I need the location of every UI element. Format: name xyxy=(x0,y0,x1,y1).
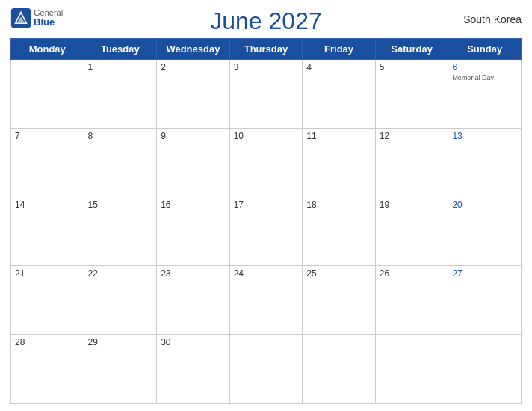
day-number: 18 xyxy=(306,200,371,210)
day-cell: 28 xyxy=(11,335,84,404)
day-cell: 27 xyxy=(448,266,522,335)
day-cell: 17 xyxy=(229,197,303,266)
day-number: 11 xyxy=(306,131,371,141)
day-number: 23 xyxy=(161,268,226,279)
calendar-table: MondayTuesdayWednesdayThursdayFridaySatu… xyxy=(10,38,522,404)
day-cell: 5 xyxy=(375,60,448,129)
day-number: 30 xyxy=(161,337,226,347)
logo-blue-label: Blue xyxy=(34,17,63,28)
country-label: South Korea xyxy=(463,13,522,25)
day-number: 19 xyxy=(380,200,445,210)
day-number: 21 xyxy=(15,268,80,279)
week-row-2: 78910111213 xyxy=(11,129,522,197)
day-number: 9 xyxy=(161,131,226,141)
weekday-header-row: MondayTuesdayWednesdayThursdayFridaySatu… xyxy=(11,39,522,60)
day-number: 26 xyxy=(380,268,445,279)
weekday-header-thursday: Thursday xyxy=(229,39,303,60)
day-number: 20 xyxy=(452,200,517,210)
day-cell: 30 xyxy=(157,335,230,404)
day-number: 12 xyxy=(380,131,445,141)
logo: General Blue xyxy=(10,7,63,28)
header-row: General Blue June 2027 South Korea xyxy=(10,7,522,35)
calendar-container: General Blue June 2027 South Korea Monda… xyxy=(0,0,532,411)
day-cell: 19 xyxy=(375,197,448,266)
week-row-3: 14151617181920 xyxy=(11,197,522,266)
day-number: 1 xyxy=(88,62,153,72)
logo-text: General Blue xyxy=(34,8,63,28)
day-cell xyxy=(375,335,448,404)
day-cell: 8 xyxy=(84,129,157,197)
week-row-5: 282930 xyxy=(11,335,522,404)
day-number: 6 xyxy=(452,62,517,72)
day-number: 7 xyxy=(15,131,80,141)
week-row-4: 21222324252627 xyxy=(11,266,522,335)
day-cell: 2 xyxy=(157,60,230,129)
day-cell: 29 xyxy=(84,335,157,404)
day-cell: 4 xyxy=(303,60,376,129)
day-cell: 21 xyxy=(11,266,84,335)
day-number: 16 xyxy=(161,200,226,210)
calendar-thead: MondayTuesdayWednesdayThursdayFridaySatu… xyxy=(11,39,522,60)
day-cell: 15 xyxy=(84,197,157,266)
weekday-header-wednesday: Wednesday xyxy=(157,39,230,60)
day-cell: 22 xyxy=(84,266,157,335)
day-number: 22 xyxy=(88,268,153,279)
day-cell: 13 xyxy=(448,129,522,197)
day-cell: 24 xyxy=(229,266,303,335)
day-cell: 7 xyxy=(11,129,84,197)
day-number: 14 xyxy=(15,200,80,210)
day-cell: 26 xyxy=(375,266,448,335)
day-cell: 16 xyxy=(157,197,230,266)
day-cell xyxy=(229,335,303,404)
day-number: 29 xyxy=(88,337,153,347)
day-cell: 14 xyxy=(11,197,84,266)
day-number: 8 xyxy=(88,131,153,141)
logo-icon xyxy=(10,7,31,28)
weekday-header-monday: Monday xyxy=(11,39,84,60)
day-cell: 25 xyxy=(303,266,376,335)
day-number: 4 xyxy=(306,62,371,72)
holiday-label: Memorial Day xyxy=(452,74,517,82)
day-number: 10 xyxy=(234,131,299,141)
day-number: 5 xyxy=(380,62,445,72)
day-cell: 11 xyxy=(303,129,376,197)
day-cell xyxy=(303,335,376,404)
weekday-header-tuesday: Tuesday xyxy=(84,39,157,60)
weekday-header-saturday: Saturday xyxy=(375,39,448,60)
day-cell: 10 xyxy=(229,129,303,197)
day-number: 28 xyxy=(15,337,80,347)
day-number: 24 xyxy=(234,268,299,279)
day-cell xyxy=(11,60,84,129)
day-cell xyxy=(448,335,522,404)
day-cell: 12 xyxy=(375,129,448,197)
day-cell: 20 xyxy=(448,197,522,266)
day-number: 15 xyxy=(88,200,153,210)
day-cell: 3 xyxy=(229,60,303,129)
weekday-header-friday: Friday xyxy=(303,39,376,60)
day-cell: 9 xyxy=(157,129,230,197)
day-cell: 6Memorial Day xyxy=(448,60,522,129)
day-number: 27 xyxy=(452,268,517,279)
day-number: 3 xyxy=(234,62,299,72)
day-number: 13 xyxy=(452,131,517,141)
calendar-tbody: 123456Memorial Day7891011121314151617181… xyxy=(11,60,522,404)
weekday-header-sunday: Sunday xyxy=(448,39,522,60)
day-number: 2 xyxy=(161,62,226,72)
calendar-title: June 2027 xyxy=(210,7,321,35)
day-cell: 1 xyxy=(84,60,157,129)
day-number: 25 xyxy=(306,268,371,279)
day-number: 17 xyxy=(234,200,299,210)
week-row-1: 123456Memorial Day xyxy=(11,60,522,129)
day-cell: 23 xyxy=(157,266,230,335)
day-cell: 18 xyxy=(303,197,376,266)
